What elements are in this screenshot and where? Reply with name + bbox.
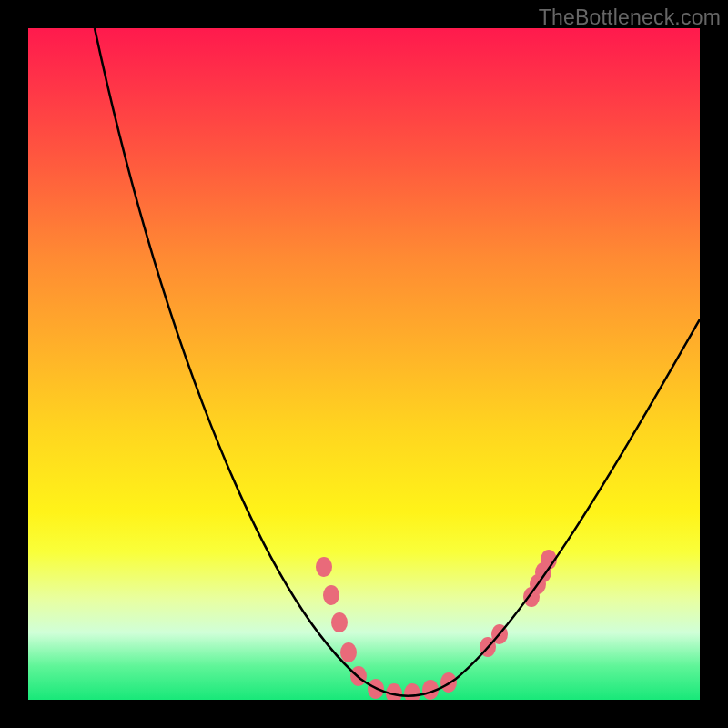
watermark-text: TheBottleneck.com — [539, 5, 721, 30]
bottleneck-curve — [95, 28, 700, 696]
chart-frame: TheBottleneck.com — [0, 0, 728, 728]
marker-group — [316, 550, 557, 700]
curve-marker — [340, 642, 357, 662]
plot-area — [28, 28, 700, 700]
curve-marker — [323, 585, 339, 605]
curve-svg — [28, 28, 700, 700]
curve-marker — [404, 683, 420, 700]
curve-marker — [386, 683, 402, 700]
curve-marker — [316, 557, 332, 577]
curve-marker — [331, 612, 348, 632]
